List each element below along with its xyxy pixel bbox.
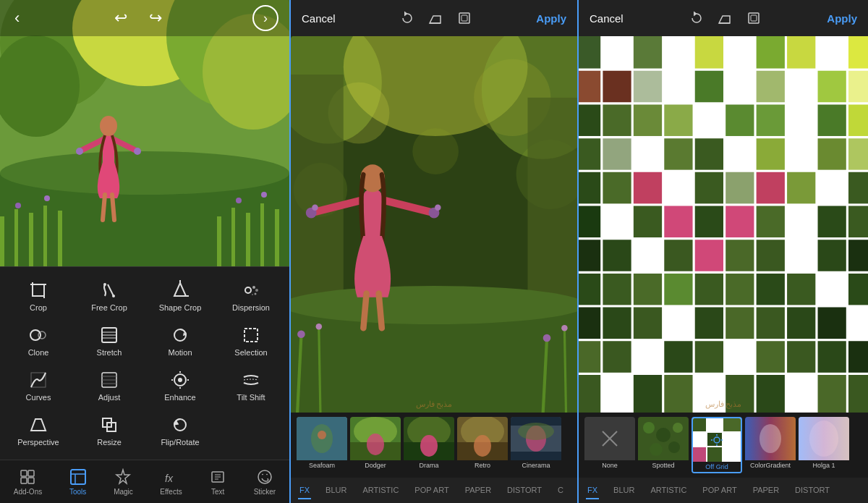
right-filter-none[interactable]: None: [584, 417, 635, 473]
middle-cancel-button[interactable]: Cancel: [302, 12, 336, 25]
right-cat-tab-distort[interactable]: DISTORT: [793, 482, 831, 499]
svg-rect-18: [29, 213, 33, 266]
btn-text-label: Text: [211, 488, 224, 496]
cat-tab-fx[interactable]: FX: [298, 482, 311, 499]
svg-point-124: [367, 434, 384, 455]
right-cat-tab-blur[interactable]: BLUR: [612, 482, 636, 499]
right-image-area: مذبح فارس: [579, 36, 868, 413]
svg-rect-20: [58, 211, 62, 266]
svg-rect-207: [663, 239, 692, 271]
middle-apply-button[interactable]: Apply: [536, 12, 566, 25]
svg-marker-64: [31, 419, 46, 431]
tool-dispersion[interactable]: Dispersion: [216, 274, 286, 318]
svg-rect-171: [786, 103, 815, 136]
cat-tab-paper[interactable]: PAPER: [464, 482, 493, 499]
svg-rect-285: [693, 433, 706, 446]
redo-button[interactable]: ↪: [145, 5, 166, 31]
tool-perspective[interactable]: Perspective: [4, 409, 73, 452]
svg-rect-149: [725, 36, 754, 69]
back-button[interactable]: ‹: [11, 5, 23, 31]
right-layers-icon[interactable]: [746, 10, 762, 26]
adjust-icon: [99, 370, 119, 390]
right-cat-tab-fx[interactable]: FX: [586, 482, 599, 499]
svg-rect-148: [694, 36, 723, 69]
add-ons-icon: [19, 468, 36, 486]
svg-rect-244: [579, 374, 600, 413]
effects-icon: fx: [162, 468, 179, 486]
right-eraser-icon[interactable]: [717, 10, 733, 26]
tool-adjust[interactable]: Adjust: [75, 364, 144, 407]
btn-add-ons[interactable]: Add-Ons: [7, 465, 49, 499]
btn-sticker[interactable]: Sticker: [247, 465, 284, 499]
cat-tab-pop-art[interactable]: POP ART: [413, 482, 450, 499]
middle-redo-icon[interactable]: [400, 11, 414, 25]
tool-shape-crop[interactable]: Shape Crop: [145, 274, 215, 318]
btn-magic[interactable]: Magic: [106, 465, 140, 499]
svg-rect-150: [756, 36, 785, 69]
tool-clone[interactable]: Clone: [4, 319, 73, 363]
tool-motion[interactable]: Motion: [145, 319, 215, 363]
svg-rect-183: [848, 138, 868, 170]
svg-rect-239: [725, 340, 754, 373]
svg-point-46: [38, 331, 46, 339]
right-filter-off-grid[interactable]: Off Grid: [692, 417, 742, 473]
btn-tools[interactable]: Tools: [62, 465, 94, 499]
tool-enhance[interactable]: Enhance: [145, 364, 215, 407]
filter-drama[interactable]: Drama: [404, 417, 454, 473]
right-filter-off-grid-label: Off Grid: [693, 462, 741, 472]
tool-crop-label: Crop: [30, 303, 47, 312]
right-filter-color-gradient[interactable]: ColorGradient: [745, 417, 796, 473]
undo-button[interactable]: ↩: [111, 5, 131, 31]
svg-point-120: [318, 431, 326, 439]
middle-eraser-icon[interactable]: [427, 10, 443, 26]
svg-rect-202: [817, 205, 846, 237]
tool-resize[interactable]: Resize: [75, 409, 144, 452]
right-redo-icon[interactable]: [689, 11, 704, 25]
tool-selection[interactable]: Selection: [216, 319, 286, 363]
svg-point-128: [420, 435, 438, 457]
cat-tab-distort[interactable]: DISTORT: [506, 482, 543, 499]
cat-tab-blur[interactable]: BLUR: [324, 482, 348, 499]
svg-rect-230: [756, 307, 785, 339]
tool-free-crop[interactable]: Free Crop: [75, 274, 144, 318]
tool-curves[interactable]: Curves: [4, 364, 73, 407]
svg-text:fx: fx: [165, 473, 174, 484]
svg-rect-221: [786, 273, 815, 305]
cat-tab-more[interactable]: C: [556, 482, 565, 499]
right-cat-tab-artistic[interactable]: ARTISTIC: [649, 482, 688, 499]
right-cat-tab-pop-art[interactable]: POP ART: [701, 482, 738, 499]
right-apply-button[interactable]: Apply: [827, 12, 857, 25]
tool-stretch[interactable]: Stretch: [75, 319, 144, 363]
svg-rect-200: [756, 205, 785, 237]
btn-text[interactable]: Text: [202, 465, 234, 499]
right-filter-holga[interactable]: Holga 1: [799, 417, 849, 473]
watermark-right: مذبح فارس: [705, 400, 742, 409]
right-filter-spotted[interactable]: Spotted: [638, 417, 689, 473]
right-cancel-button[interactable]: Cancel: [590, 12, 624, 25]
filter-seafoam[interactable]: Seafoam: [297, 417, 347, 473]
cat-tab-artistic[interactable]: ARTISTIC: [361, 482, 400, 499]
svg-rect-253: [848, 374, 868, 413]
svg-rect-25: [275, 209, 279, 266]
filter-cinerama[interactable]: Cinerama: [511, 417, 561, 473]
svg-rect-170: [756, 103, 785, 136]
filter-dodger[interactable]: Dodger: [350, 417, 401, 473]
selection-icon: [241, 325, 261, 345]
svg-rect-135: [511, 452, 561, 460]
svg-rect-240: [756, 340, 785, 373]
svg-rect-24: [260, 203, 264, 266]
forward-button[interactable]: ›: [252, 5, 278, 31]
middle-layers-icon[interactable]: [456, 10, 472, 26]
svg-marker-138: [719, 16, 730, 23]
svg-rect-232: [817, 307, 846, 339]
enhance-icon: [170, 370, 190, 390]
tool-tilt-shift[interactable]: Tilt Shift: [216, 364, 286, 407]
tool-flip-rotate[interactable]: Flip/Rotate: [145, 409, 215, 452]
tool-clone-label: Clone: [28, 348, 49, 357]
filter-retro[interactable]: Retro: [457, 417, 508, 473]
svg-marker-37: [174, 283, 186, 296]
tool-crop[interactable]: Crop: [4, 274, 73, 318]
right-cat-tab-paper[interactable]: PAPER: [752, 482, 780, 499]
btn-effects[interactable]: fx Effects: [153, 465, 189, 499]
svg-rect-161: [786, 70, 815, 103]
